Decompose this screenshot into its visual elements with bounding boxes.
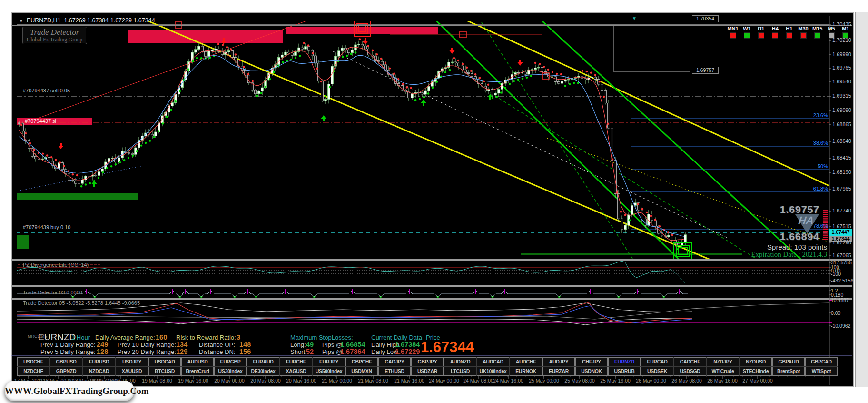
symbol-button-USDJPY[interactable]: USDJPY	[116, 357, 148, 366]
symbol-button-EURUSD[interactable]: EURUSD	[83, 357, 115, 366]
symbol-button-GBPNZD[interactable]: GBPNZD	[50, 367, 82, 376]
info-pips-label1: Pips @	[322, 341, 342, 348]
symbol-button-USDRUB[interactable]: USDRUB	[608, 367, 641, 376]
symbol-button-LTCUSD[interactable]: LTCUSD	[444, 367, 476, 376]
info-p20-value: 129	[176, 348, 187, 355]
price-tick: 1.70435	[832, 21, 851, 27]
date-axis-label: 26 May 08:00	[671, 378, 702, 383]
logo-line2: Global Fx Trading Group	[27, 37, 82, 42]
date-axis-label: 24 May 08:00	[463, 378, 493, 383]
symbol-button-AUDJPY[interactable]: AUDJPY	[542, 357, 575, 366]
symbol-button-USDZAR[interactable]: USDZAR	[411, 367, 444, 376]
stoploss-label: #70794437 sl	[25, 118, 56, 124]
info-rrr-value: 3	[237, 333, 240, 341]
info-p20-label: Prev 20 Daily Range:	[118, 348, 176, 355]
info-p1-label: Prev 1 Daily Range:	[40, 341, 96, 348]
symbol-button-EURNOK[interactable]: EURNOK	[510, 367, 542, 376]
info-big-price: 1.67344	[421, 339, 474, 356]
symbol-button-ETHUSD[interactable]: ETHUSD	[378, 367, 411, 376]
symbol-button-NZDUSD[interactable]: NZDUSD	[740, 357, 772, 366]
symbol-button-USDNOK[interactable]: USDNOK	[575, 367, 608, 376]
symbol-button-USDCHF[interactable]: USDCHF	[17, 357, 49, 366]
symbol-button-AUDCHF[interactable]: AUDCHF	[510, 357, 542, 366]
symbol-button-EURNZD[interactable]: EURNZD	[608, 357, 641, 366]
fib-level-label: 23.6%	[780, 112, 828, 118]
chart-ohlc-values: 1.67269 1.67384 1.67229 1.67344	[64, 17, 155, 24]
date-axis-label: 20 May 16:00	[286, 378, 316, 383]
symbol-button-DE30Index[interactable]: DE30Index	[247, 367, 279, 376]
symbol-button-CADJPY[interactable]: CADJPY	[378, 357, 411, 366]
symbol-button-STECHInde[interactable]: STECHInde	[740, 367, 772, 376]
td05-tick: -10.0962	[831, 323, 850, 329]
info-dup-label: Distance UP:	[199, 341, 235, 348]
symbol-button-WTICrude[interactable]: WTICrude	[707, 367, 739, 376]
symbol-button-NZDJPY[interactable]: NZDJPY	[707, 357, 739, 366]
symbol-button-US500Index[interactable]: US500Index	[313, 367, 345, 376]
symbol-button-EURJPY[interactable]: EURJPY	[313, 357, 345, 366]
date-axis-label: 25 May 16:00	[600, 378, 631, 383]
symbol-button-USDMXN[interactable]: USDMXN	[345, 367, 378, 376]
symbol-button-CHFJPY[interactable]: CHFJPY	[575, 357, 608, 366]
symbol-button-EURCHF[interactable]: EURCHF	[280, 357, 312, 366]
date-axis-label: 21 May 00:00	[322, 378, 352, 383]
date-axis-label: 24 May 00:00	[429, 378, 459, 383]
symbol-button-EURZAR[interactable]: EURZAR	[542, 367, 575, 376]
symbol-button-GBPJPY[interactable]: GBPJPY	[411, 357, 444, 366]
symbol-button-EURCAD[interactable]: EURCAD	[641, 357, 673, 366]
price-tick: 1.68415	[832, 155, 851, 161]
chart-dropdown-icon[interactable]: ▼	[19, 19, 23, 23]
date-axis-label: 25 May 08:00	[564, 378, 595, 383]
symbol-button-USDCAD[interactable]: USDCAD	[148, 357, 181, 366]
symbol-button-BrentCrud[interactable]: BrentCrud	[181, 367, 214, 376]
date-axis-label: 19 May 16:00	[178, 378, 208, 383]
info-p10-label: Prev 10 Daily Range:	[118, 341, 176, 348]
symbol-button-US30Index[interactable]: US30Index	[214, 367, 247, 376]
info-p5-label: Prev 5 Daily Range:	[40, 348, 96, 355]
timeframe-status-icon	[786, 32, 792, 39]
info-dl-label: Daily Low	[371, 348, 398, 355]
info-short-value: 52	[306, 348, 314, 355]
fib-level-label: 61.8%	[780, 186, 828, 191]
symbol-button-GBPAUD[interactable]: GBPAUD	[772, 357, 805, 366]
timeframe-status-icon	[744, 32, 750, 39]
buy-order-label: #70794439 buy 0.10	[23, 224, 70, 230]
symbol-button-USDSGD[interactable]: USDSGD	[674, 367, 706, 376]
symbol-button-CADCHF[interactable]: CADCHF	[674, 357, 706, 366]
cci-indicator-label: PZ Divergence Lite (CCI 14)	[23, 262, 89, 268]
expiration-label: Expiration Date : 2021.4.3	[685, 251, 827, 259]
trade-detector-logo: Trade Detector Global Fx Trading Group	[22, 26, 87, 44]
symbol-button-GBPCAD[interactable]: GBPCAD	[805, 357, 838, 366]
symbol-button-UK100Index[interactable]: UK100Index	[477, 367, 509, 376]
date-axis-label: 24 May 16:00	[493, 378, 523, 383]
timeframe-status-icon	[730, 32, 736, 39]
timeframe-status-icon	[772, 32, 778, 39]
date-axis-label: 21 May 08:00	[358, 378, 388, 383]
date-axis-label: 21 May 16:00	[394, 378, 424, 383]
price-tick: 1.67065	[832, 252, 851, 258]
symbol-button-GBPCHF[interactable]: GBPCHF	[345, 357, 378, 366]
symbol-button-XAUUSD[interactable]: XAUUSD	[116, 367, 148, 376]
symbol-button-XAGUSD[interactable]: XAGUSD	[280, 367, 312, 376]
info-period: 1 Hour	[71, 334, 90, 341]
info-long-label: Long:	[290, 341, 306, 348]
info-dar-label: Daily Average Range:	[95, 334, 155, 341]
date-axis-label: 20 May 08:00	[250, 378, 281, 383]
symbol-button-BrentSpot[interactable]: BrentSpot	[772, 367, 805, 376]
info-p5-value: 128	[97, 348, 108, 355]
symbol-button-BTCUSD[interactable]: BTCUSD	[148, 367, 181, 376]
symbol-button-WTISpot[interactable]: WTISpot	[805, 367, 838, 376]
price-tick: 1.69765	[832, 65, 851, 71]
symbol-button-AUDCAD[interactable]: AUDCAD	[477, 357, 509, 366]
price-tick: 1.69990	[832, 51, 851, 57]
symbol-button-EURAUD[interactable]: EURAUD	[247, 357, 279, 366]
symbol-button-NZDCHF[interactable]: NZDCHF	[17, 367, 49, 376]
symbol-button-EURGBP[interactable]: EURGBP	[214, 357, 247, 366]
symbol-button-GBPUSD[interactable]: GBPUSD	[50, 357, 82, 366]
symbol-button-AUDNZD[interactable]: AUDNZD	[444, 357, 476, 366]
symbol-button-NZDCAD[interactable]: NZDCAD	[83, 367, 115, 376]
symbol-button-AUDUSD[interactable]: AUDUSD	[181, 357, 214, 366]
timeframe-item-M1[interactable]: M1	[838, 26, 854, 39]
chart-symbol-period: EURNZD,H1	[27, 17, 61, 24]
symbol-button-USDSEK[interactable]: USDSEK	[641, 367, 673, 376]
date-axis-label: 19 May 08:00	[142, 378, 172, 383]
